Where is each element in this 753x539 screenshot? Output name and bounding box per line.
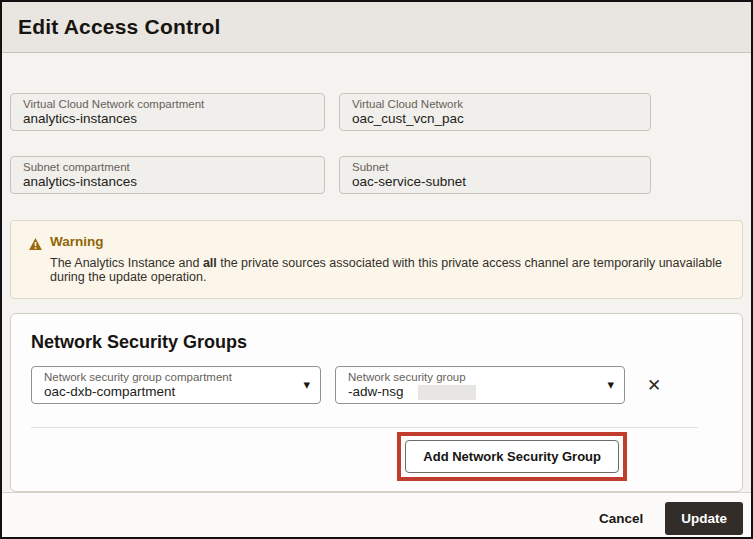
network-fields-grid: Virtual Cloud Network compartment analyt… <box>10 93 743 194</box>
edit-access-control-dialog: Edit Access Control Virtual Cloud Networ… <box>0 0 753 539</box>
network-security-groups-section: Network Security Groups Network security… <box>10 313 743 492</box>
add-button-row: Add Network Security Group <box>31 432 722 481</box>
update-button[interactable]: Update <box>665 502 743 535</box>
field-label: Virtual Cloud Network <box>352 97 638 111</box>
warning-triangle-icon <box>29 236 42 248</box>
field-label: Subnet <box>352 160 638 174</box>
chevron-down-icon: ▾ <box>607 377 614 392</box>
field-value: analytics-instances <box>23 111 312 127</box>
warning-text-part: The Analytics Instance and <box>50 256 203 270</box>
warning-message: The Analytics Instance and all the priva… <box>29 256 724 284</box>
nsg-compartment-dropdown[interactable]: Network security group compartment oac-d… <box>31 366 321 404</box>
field-value: oac_cust_vcn_pac <box>352 111 638 127</box>
dialog-body: Virtual Cloud Network compartment analyt… <box>2 53 751 492</box>
dropdown-label: Network security group compartment <box>44 370 290 384</box>
warning-title: Warning <box>50 234 104 249</box>
dropdown-value: -adw-nsg <box>348 384 594 400</box>
redacted-text-block <box>418 385 476 400</box>
field-vcn: Virtual Cloud Network oac_cust_vcn_pac <box>339 93 651 131</box>
field-value: oac-service-subnet <box>352 174 638 190</box>
dropdown-value-text: -adw-nsg <box>348 384 404 400</box>
dropdown-label: Network security group <box>348 370 594 384</box>
section-divider <box>31 427 698 428</box>
dialog-footer: Cancel Update <box>2 492 751 539</box>
nsg-group-dropdown[interactable]: Network security group -adw-nsg ▾ <box>335 366 625 404</box>
field-subnet: Subnet oac-service-subnet <box>339 156 651 194</box>
field-label: Subnet compartment <box>23 160 312 174</box>
chevron-down-icon: ▾ <box>303 377 310 392</box>
remove-nsg-icon[interactable]: ✕ <box>647 377 661 394</box>
field-vcn-compartment: Virtual Cloud Network compartment analyt… <box>10 93 325 131</box>
section-title: Network Security Groups <box>31 332 722 353</box>
add-network-security-group-button[interactable]: Add Network Security Group <box>405 440 619 473</box>
field-value: analytics-instances <box>23 174 312 190</box>
dialog-header: Edit Access Control <box>2 2 751 53</box>
field-subnet-compartment: Subnet compartment analytics-instances <box>10 156 325 194</box>
warning-header: Warning <box>29 234 724 249</box>
page-title: Edit Access Control <box>18 15 221 39</box>
warning-banner: Warning The Analytics Instance and all t… <box>10 220 743 299</box>
field-label: Virtual Cloud Network compartment <box>23 97 312 111</box>
cancel-button[interactable]: Cancel <box>599 511 643 526</box>
dropdown-value: oac-dxb-compartment <box>44 384 290 400</box>
warning-text-bold: all <box>203 256 217 270</box>
highlight-annotation-box: Add Network Security Group <box>397 432 627 481</box>
nsg-row: Network security group compartment oac-d… <box>31 366 722 404</box>
